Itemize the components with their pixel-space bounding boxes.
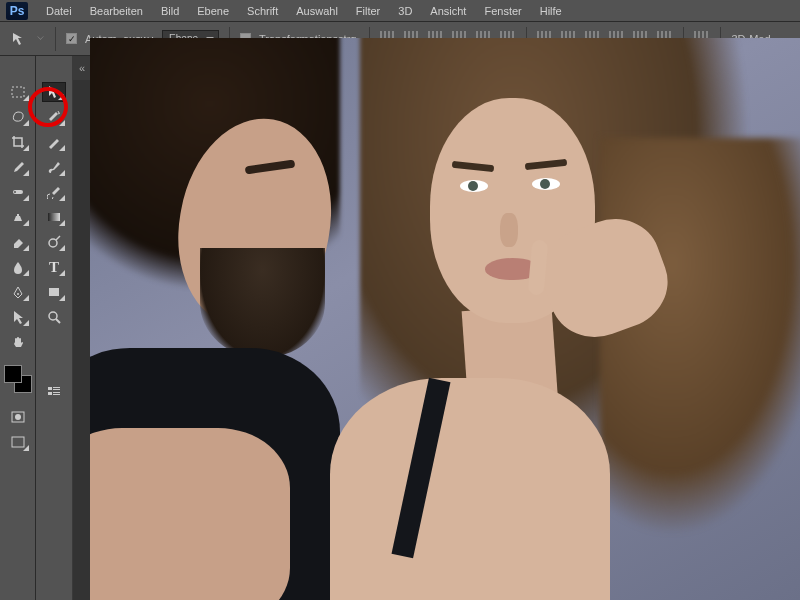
hand-tool[interactable]: [6, 332, 30, 352]
toolbox-column-right: T: [36, 56, 72, 600]
svg-point-5: [15, 414, 21, 420]
menu-bar: Ps Datei Bearbeiten Bild Ebene Schrift A…: [0, 0, 800, 22]
svg-rect-18: [53, 394, 60, 395]
menu-ebene[interactable]: Ebene: [189, 3, 237, 19]
path-select-tool[interactable]: [6, 307, 30, 327]
svg-rect-13: [48, 387, 52, 390]
menu-hilfe[interactable]: Hilfe: [532, 3, 570, 19]
svg-rect-16: [48, 392, 52, 395]
magic-wand-tool[interactable]: [42, 107, 66, 127]
menu-filter[interactable]: Filter: [348, 3, 388, 19]
svg-rect-7: [48, 213, 60, 221]
lasso-tool[interactable]: [6, 107, 30, 127]
toolbox: T: [0, 56, 73, 600]
quick-mask-toggle[interactable]: [6, 407, 30, 427]
svg-line-9: [56, 236, 60, 240]
eyedropper-tool[interactable]: [6, 157, 30, 177]
menu-ansicht[interactable]: Ansicht: [422, 3, 474, 19]
menu-3d[interactable]: 3D: [390, 3, 420, 19]
brush-tool[interactable]: [42, 157, 66, 177]
menu-schrift[interactable]: Schrift: [239, 3, 286, 19]
eraser-tool[interactable]: [6, 232, 30, 252]
app-logo: Ps: [6, 2, 28, 20]
zoom-tool[interactable]: [42, 307, 66, 327]
separator: [55, 27, 56, 51]
menu-auswahl[interactable]: Auswahl: [288, 3, 346, 19]
menu-datei[interactable]: Datei: [38, 3, 80, 19]
document-canvas[interactable]: [90, 38, 800, 600]
color-swatches[interactable]: [4, 365, 32, 393]
screen-mode-toggle[interactable]: [6, 432, 30, 452]
tool-preset-dropdown-icon[interactable]: [37, 33, 43, 39]
image-content: [300, 38, 800, 598]
menu-bild[interactable]: Bild: [153, 3, 187, 19]
blur-tool[interactable]: [6, 257, 30, 277]
gradient-tool[interactable]: [42, 207, 66, 227]
foreground-swatch[interactable]: [4, 365, 22, 383]
svg-rect-15: [53, 389, 60, 390]
svg-rect-17: [53, 392, 60, 393]
pen-tool[interactable]: [6, 282, 30, 302]
svg-point-2: [14, 191, 16, 193]
toolbox-column-left: [0, 56, 36, 600]
menu-fenster[interactable]: Fenster: [476, 3, 529, 19]
type-tool[interactable]: T: [42, 257, 66, 277]
svg-point-3: [17, 293, 19, 295]
shape-tool[interactable]: [42, 282, 66, 302]
healing-brush-tool[interactable]: [6, 182, 30, 202]
history-brush-tool[interactable]: [42, 182, 66, 202]
svg-point-11: [49, 312, 57, 320]
svg-rect-14: [53, 387, 60, 388]
move-tool[interactable]: [42, 82, 66, 102]
move-tool-icon: [10, 30, 28, 48]
slice-tool[interactable]: [42, 132, 66, 152]
auto-select-checkbox[interactable]: [66, 33, 77, 44]
svg-rect-10: [49, 288, 59, 296]
svg-point-8: [49, 239, 57, 247]
crop-tool[interactable]: [6, 132, 30, 152]
edit-toolbar-icon[interactable]: [42, 381, 66, 401]
svg-rect-6: [12, 437, 24, 447]
clone-stamp-tool[interactable]: [6, 207, 30, 227]
menu-bearbeiten[interactable]: Bearbeiten: [82, 3, 151, 19]
svg-line-12: [56, 319, 60, 323]
marquee-tool[interactable]: [6, 82, 30, 102]
svg-rect-0: [12, 87, 24, 97]
dodge-tool[interactable]: [42, 232, 66, 252]
